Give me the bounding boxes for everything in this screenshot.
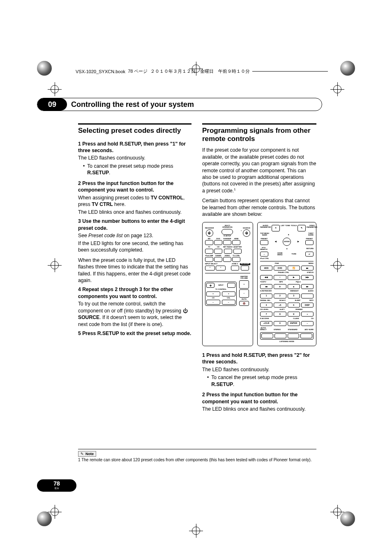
mute-icon: 🔇 [239,301,249,306]
left-arrow-icon: ◀ [275,240,277,243]
down-arrow-icon: ▼ [286,247,288,250]
enter-button: ENTER [283,238,291,246]
x-icon: ✕ [272,225,280,231]
skip-fwd-icon: ⏭ [260,284,272,289]
page-number-tab: 78 En [37,479,76,492]
repeat-icon: 🔁 [288,266,300,271]
date-jp: ２０１０年３月１２日 金曜日 午前９時１０分 [150,68,250,74]
page-lang: En [55,487,59,490]
remote-control-figure: RECEIVER⏻ MULTI OPERATIONR.SETUP • SOURC… [202,222,316,346]
chapter-title: Controlling the rest of your system [67,100,194,109]
note-icon: ✎ [81,452,84,456]
play-icon: ▶ [288,275,300,280]
step-1-desc: The LED flashes continuously. [78,155,191,161]
power-icon: ⏻ [183,308,188,314]
rewind-icon: ◀◀ [260,275,272,280]
page-jp: 78 ページ [128,68,148,74]
chapter-number: 09 [37,98,67,111]
multi-op-button [221,229,233,235]
step-1: 1 Press and hold R.SETUP, then press "1"… [78,141,186,153]
file-name: VSX-1020_SYXCN.book [76,69,125,74]
footnote: ✎Note 1 The remote can store about 120 p… [78,449,316,463]
left-column: Selecting preset codes directly 1 Press … [78,123,191,413]
section-heading: Selecting preset codes directly [78,127,191,135]
pencil-icon: ✎ [297,225,306,231]
stop-icon: ■ [288,284,300,289]
right-column: Programming signals from other remote co… [202,123,316,413]
prev-icon: ⏮ [301,266,314,271]
step-4: 4 Repeat steps 2 through 3 for the other… [78,287,173,299]
step-5: 5 Press R.SETUP to exit the preset setup… [78,331,191,336]
receiver-power-button: ⏻ [206,229,213,237]
pause-icon: ⏸ [274,284,286,289]
chapter-heading: 09 Controlling the rest of your system [37,98,322,111]
page-number: 78 [53,481,60,487]
step-2: 2 Press the input function button for th… [202,392,297,404]
remote-right: AUDIO PARAMETER ✕ LIST TUNE TOOLS ✎ VIDE… [257,222,316,346]
step-1: 1 Press and hold R.SETUP, then press "2"… [202,352,310,365]
section-heading: Programming signals from other remote co… [202,127,316,143]
source-file-header: VSX-1020_SYXCN.book 78 ページ ２０１０年３月１２日 金曜… [76,68,330,74]
up-arrow-icon: ▲ [288,233,290,236]
step-3: 3 Use the number buttons to enter the 4-… [78,218,185,231]
right-arrow-icon: ▶ [297,240,299,243]
ffwd-icon: ▶▶ [301,275,314,280]
step-2: 2 Press the input function button for th… [78,180,173,193]
home-icon: ⌂ [260,252,268,257]
return-icon: ↵ [305,252,314,257]
skip-back-icon: ⏮ [301,284,314,289]
step-2-desc: The LED blinks once and flashes continuo… [78,209,191,215]
source-power-button: ⏻ [243,229,250,237]
footnote-ref: 1 [234,187,235,191]
remote-left: RECEIVER⏻ MULTI OPERATIONR.SETUP • SOURC… [202,222,253,346]
footnote-text: 1 The remote can store about 120 preset … [78,458,316,463]
tv-power-button: ⏻ [206,283,214,288]
